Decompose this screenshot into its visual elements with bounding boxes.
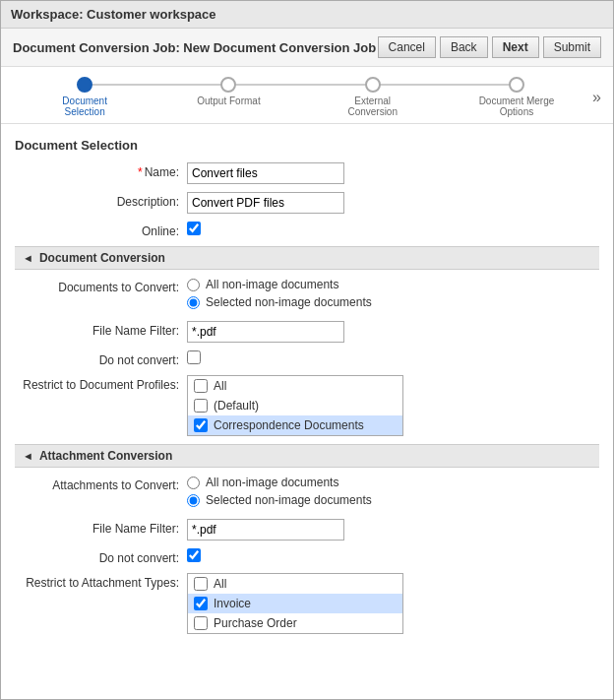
step-circle-3 (365, 77, 381, 93)
profile-correspondence[interactable]: Correspondence Documents (188, 415, 402, 435)
type-invoice[interactable]: Invoice (188, 594, 402, 613)
docs-to-convert-control: All non-image documents Selected non-ima… (187, 278, 599, 313)
type-all[interactable]: All (188, 574, 402, 594)
collapse-icon-doc: ◄ (23, 252, 33, 264)
profile-correspondence-label: Correspondence Documents (214, 418, 364, 432)
type-purchase-order[interactable]: Purchase Order (188, 613, 402, 633)
chevron-icon: » (592, 89, 601, 106)
docs-radio-selected-row: Selected non-image documents (187, 295, 599, 309)
docs-radio-all[interactable] (187, 279, 200, 291)
online-control (187, 222, 599, 238)
attachment-conversion-title: Attachment Conversion (39, 449, 172, 463)
docs-radio-selected-label: Selected non-image documents (206, 295, 372, 309)
doc-selection-title: Document Selection (15, 138, 599, 153)
submit-button[interactable]: Submit (543, 36, 601, 58)
restrict-types-label: Restrict to Attachment Types: (15, 573, 187, 590)
attach-file-filter-label: File Name Filter: (15, 519, 187, 536)
docs-to-convert-label: Documents to Convert: (15, 278, 187, 294)
online-checkbox[interactable] (187, 222, 201, 235)
stepper-area: Document Selection Output Format Externa… (1, 67, 613, 124)
docs-radio-all-label: All non-image documents (206, 278, 338, 291)
step-circle-2 (220, 77, 236, 93)
step-label-2: Output Format (197, 95, 260, 106)
restrict-profiles-label: Restrict to Document Profiles: (15, 375, 187, 392)
collapse-icon-attach: ◄ (23, 450, 33, 462)
step-output-format[interactable]: Output Format (156, 77, 300, 106)
profile-all[interactable]: All (188, 376, 402, 396)
attach-radio-selected-row: Selected non-image documents (187, 493, 599, 507)
step-external-conversion[interactable]: External Conversion (301, 77, 445, 117)
name-control (187, 162, 599, 184)
step-document-selection[interactable]: Document Selection (13, 77, 156, 117)
type-all-checkbox[interactable] (194, 577, 208, 591)
attach-radio-all-row: All non-image documents (187, 476, 599, 489)
do-not-convert-checkbox[interactable] (187, 350, 201, 364)
description-row: Description: (15, 192, 599, 214)
file-filter-control (187, 321, 599, 343)
attach-do-not-convert-label: Do not convert: (15, 548, 187, 565)
do-not-convert-row: Do not convert: (15, 350, 599, 367)
profile-correspondence-checkbox[interactable] (194, 418, 208, 432)
main-content: Document Selection *Name: Description: O… (1, 124, 613, 652)
step-circle-4 (509, 77, 524, 93)
file-filter-input[interactable] (187, 321, 344, 343)
profile-all-checkbox[interactable] (194, 379, 208, 393)
type-purchase-order-checkbox[interactable] (194, 616, 208, 630)
attach-radio-all-label: All non-image documents (206, 476, 338, 489)
doc-conversion-title: Document Conversion (39, 251, 165, 265)
type-all-label: All (214, 577, 226, 591)
attachments-to-convert-control: All non-image documents Selected non-ima… (187, 476, 599, 511)
attach-radio-selected[interactable] (187, 494, 200, 507)
attachments-to-convert-label: Attachments to Convert: (15, 476, 187, 492)
attach-do-not-convert-checkbox[interactable] (187, 548, 201, 562)
do-not-convert-label: Do not convert: (15, 350, 187, 367)
header-bar: Document Conversion Job: New Document Co… (1, 29, 613, 67)
attach-file-filter-input[interactable] (187, 519, 344, 541)
step-circle-1 (77, 77, 92, 93)
step-label-1: Document Selection (45, 95, 124, 117)
attachment-types-list: All Invoice Purchase Order (187, 573, 403, 634)
attach-do-not-convert-row: Do not convert: (15, 548, 599, 565)
docs-radio-all-row: All non-image documents (187, 278, 599, 291)
next-button[interactable]: Next (492, 36, 539, 58)
cancel-button[interactable]: Cancel (378, 36, 436, 58)
attach-radio-all[interactable] (187, 477, 200, 489)
workspace-title: Workspace: Customer workspace (11, 7, 216, 22)
name-required: * (138, 165, 143, 179)
step-document-merge[interactable]: Document Merge Options (445, 77, 588, 117)
type-purchase-order-label: Purchase Order (214, 616, 297, 630)
online-label: Online: (15, 222, 187, 238)
profile-default[interactable]: (Default) (188, 396, 402, 415)
profile-default-checkbox[interactable] (194, 399, 208, 413)
profile-default-label: (Default) (214, 399, 259, 413)
title-bar: Workspace: Customer workspace (1, 1, 613, 29)
stepper: Document Selection Output Format Externa… (13, 77, 588, 117)
job-title: Document Conversion Job: New Document Co… (13, 40, 376, 55)
name-row: *Name: (15, 162, 599, 184)
description-input[interactable] (187, 192, 344, 214)
attach-file-filter-control (187, 519, 599, 541)
restrict-types-row: Restrict to Attachment Types: All Invoic… (15, 573, 599, 634)
docs-to-convert-row: Documents to Convert: All non-image docu… (15, 278, 599, 313)
profile-all-label: All (214, 379, 226, 393)
do-not-convert-control (187, 350, 599, 367)
attachments-to-convert-row: Attachments to Convert: All non-image do… (15, 476, 599, 511)
attachment-conversion-header[interactable]: ◄ Attachment Conversion (15, 444, 599, 468)
restrict-types-control: All Invoice Purchase Order (187, 573, 599, 634)
attach-radio-selected-label: Selected non-image documents (206, 493, 372, 507)
doc-conversion-header[interactable]: ◄ Document Conversion (15, 246, 599, 270)
type-invoice-checkbox[interactable] (194, 597, 208, 610)
description-control (187, 192, 599, 214)
file-filter-row: File Name Filter: (15, 321, 599, 343)
name-input[interactable] (187, 162, 344, 184)
back-button[interactable]: Back (440, 36, 488, 58)
attach-do-not-convert-control (187, 548, 599, 565)
step-label-3: External Conversion (334, 95, 412, 117)
restrict-profiles-control: All (Default) Correspondence Documents (187, 375, 599, 436)
file-filter-label: File Name Filter: (15, 321, 187, 338)
description-label: Description: (15, 192, 187, 209)
profiles-list: All (Default) Correspondence Documents (187, 375, 403, 436)
restrict-profiles-row: Restrict to Document Profiles: All (Defa… (15, 375, 599, 436)
docs-radio-selected[interactable] (187, 296, 200, 309)
attach-file-filter-row: File Name Filter: (15, 519, 599, 541)
